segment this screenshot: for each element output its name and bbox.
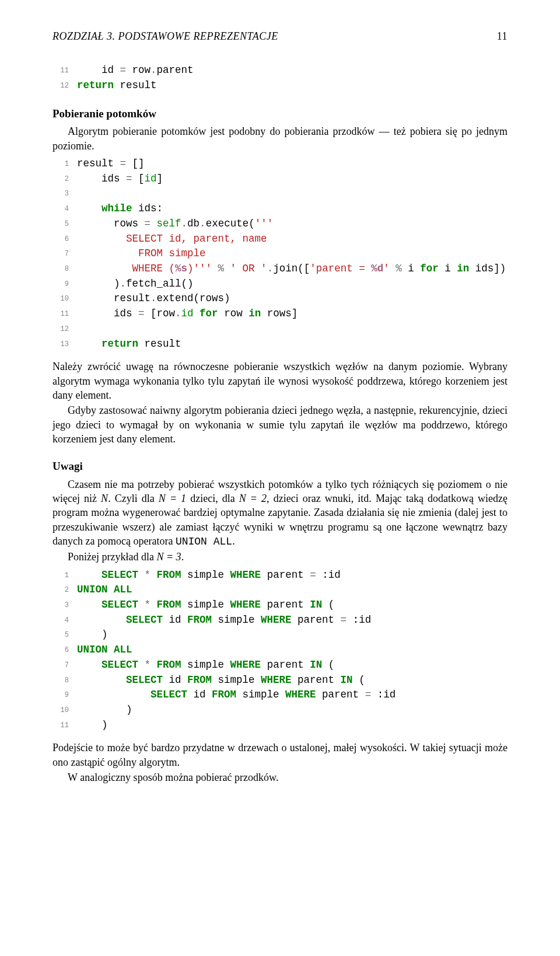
line-number: 13 bbox=[52, 340, 77, 350]
line-number: 11 bbox=[52, 721, 77, 731]
line-number: 8 bbox=[52, 676, 77, 686]
line-number: 6 bbox=[52, 235, 77, 245]
line-number: 9 bbox=[52, 280, 77, 290]
paragraph: Czasem nie ma potrzeby pobierać wszystki… bbox=[52, 477, 508, 549]
line-number: 10 bbox=[52, 294, 77, 305]
math-eq: N = 2 bbox=[239, 493, 267, 504]
code-block-1: 11 id = row.parent 12return result bbox=[52, 63, 508, 93]
line-number: 7 bbox=[52, 661, 77, 671]
line-number: 2 bbox=[52, 585, 77, 596]
code-block-3: 1 SELECT * FROM simple WHERE parent = :i… bbox=[52, 568, 508, 733]
paragraph: Poniżej przykład dla N = 3. bbox=[52, 550, 508, 564]
math-eq: N = 1 bbox=[159, 493, 186, 504]
line-number: 8 bbox=[52, 264, 77, 275]
line-number: 9 bbox=[52, 690, 77, 701]
line-number: 1 bbox=[52, 571, 77, 581]
header-left: ROZDZIAŁ 3. PODSTAWOWE REPREZENTACJE bbox=[52, 29, 278, 43]
line-number: 12 bbox=[52, 81, 77, 92]
page-number: 11 bbox=[497, 29, 508, 43]
line-number: 11 bbox=[52, 66, 77, 76]
line-number: 5 bbox=[52, 219, 77, 230]
code-block-2: 1result = [] 2 ids = [id] 3 4 while ids:… bbox=[52, 156, 508, 351]
line-number: 6 bbox=[52, 646, 77, 656]
paragraph: W analogiczny sposób można pobierać przo… bbox=[52, 770, 508, 784]
math-eq: N = 3 bbox=[156, 551, 181, 563]
line-number: 11 bbox=[52, 309, 77, 320]
mono-union-all: UNION ALL bbox=[176, 536, 232, 547]
line-number: 10 bbox=[52, 706, 77, 716]
line-number: 3 bbox=[52, 601, 77, 611]
page: ROZDZIAŁ 3. PODSTAWOWE REPREZENTACJE 11 … bbox=[0, 0, 560, 821]
running-header: ROZDZIAŁ 3. PODSTAWOWE REPREZENTACJE 11 bbox=[52, 29, 508, 43]
line-number: 3 bbox=[52, 189, 77, 200]
heading-uwagi: Uwagi bbox=[52, 459, 508, 474]
paragraph: Algorytm pobieranie potomków jest podobn… bbox=[52, 124, 508, 153]
line-number: 4 bbox=[52, 616, 77, 626]
line-number: 7 bbox=[52, 249, 77, 260]
line-number: 5 bbox=[52, 630, 77, 641]
paragraph: Należy zwrócić uwagę na równoczesne pobi… bbox=[52, 360, 508, 402]
line-number: 1 bbox=[52, 159, 77, 170]
line-number: 2 bbox=[52, 175, 77, 185]
paragraph: Gdyby zastosować naiwny algorytm pobiera… bbox=[52, 403, 508, 446]
line-number: 12 bbox=[52, 325, 77, 335]
line-number: 4 bbox=[52, 204, 77, 215]
heading-pobieranie: Pobieranie potomków bbox=[52, 106, 508, 121]
paragraph: Podejście to może być bardzo przydatne w… bbox=[52, 741, 508, 769]
math-n: N bbox=[101, 493, 108, 504]
